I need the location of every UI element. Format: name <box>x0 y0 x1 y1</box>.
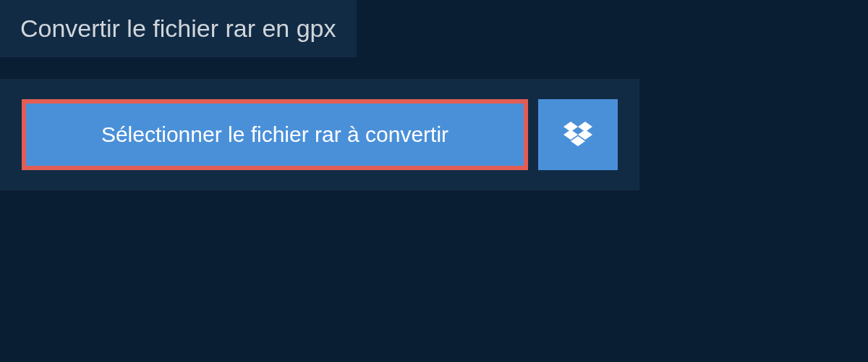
dropbox-button[interactable] <box>538 99 618 170</box>
page-title: Convertir le fichier rar en gpx <box>20 14 336 42</box>
title-bar: Convertir le fichier rar en gpx <box>0 0 357 57</box>
select-file-button-label: Sélectionner le fichier rar à convertir <box>101 122 448 147</box>
dropbox-icon <box>563 122 592 148</box>
converter-panel: Sélectionner le fichier rar à convertir <box>0 79 639 190</box>
select-file-button[interactable]: Sélectionner le fichier rar à convertir <box>22 99 528 170</box>
